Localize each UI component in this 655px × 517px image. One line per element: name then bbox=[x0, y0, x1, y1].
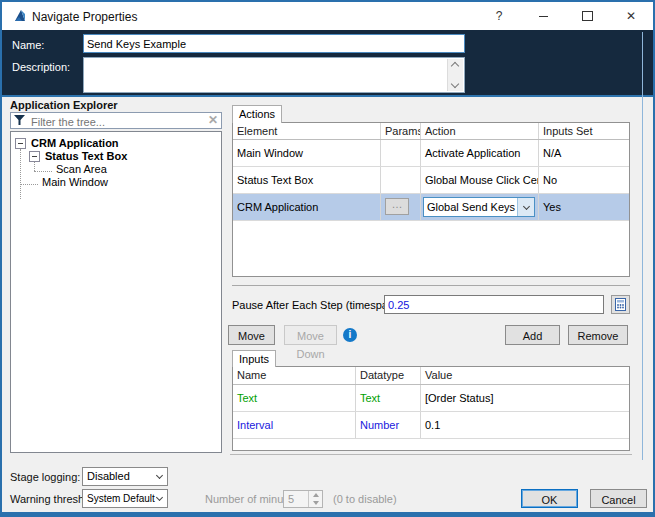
cell-params bbox=[381, 140, 421, 166]
inputs-row-interval[interactable]: Interval Number 0.1 bbox=[233, 412, 629, 439]
name-input[interactable] bbox=[83, 34, 465, 53]
application-tree[interactable]: CRM Application Status Text Box Scan Are… bbox=[10, 131, 222, 453]
actions-row-status-text-box[interactable]: Status Text Box Global Mouse Click Centr… bbox=[233, 167, 629, 194]
tab-actions[interactable]: Actions bbox=[232, 105, 282, 123]
tree-item-crm-application[interactable]: CRM Application bbox=[15, 137, 119, 150]
filter-tree-input[interactable] bbox=[29, 114, 201, 129]
scroll-down-icon[interactable] bbox=[451, 80, 459, 88]
inputs-panel-divider bbox=[230, 454, 632, 455]
tree-connector bbox=[20, 149, 21, 199]
cell-element: CRM Application bbox=[233, 194, 381, 220]
chevron-down-icon bbox=[156, 472, 163, 479]
move-up-button[interactable]: Move Up bbox=[228, 325, 275, 345]
filter-clear-icon[interactable]: ✕ bbox=[208, 113, 218, 127]
help-button[interactable]: ? bbox=[477, 2, 521, 30]
col-inputs-set: Inputs Set bbox=[539, 123, 629, 139]
tree-item-scan-area[interactable]: Scan Area bbox=[56, 163, 107, 176]
collapse-icon[interactable] bbox=[15, 138, 26, 149]
spin-down-icon bbox=[313, 501, 319, 505]
cell-inputs-set: No bbox=[539, 167, 629, 193]
cell-value[interactable]: [Order Status] bbox=[421, 385, 629, 411]
cell-element: Status Text Box bbox=[233, 167, 381, 193]
close-icon: ✕ bbox=[626, 9, 636, 23]
cell-name: Text bbox=[233, 385, 356, 411]
inputs-table-header: Name Datatype Value bbox=[233, 367, 629, 385]
cell-action[interactable]: Global Mouse Click Centre bbox=[421, 167, 539, 193]
window-inner-border bbox=[642, 32, 643, 460]
action-dropdown-value: Global Send Keys bbox=[427, 201, 515, 213]
scroll-up-icon[interactable] bbox=[451, 62, 459, 70]
window-title: Navigate Properties bbox=[32, 10, 137, 24]
spin-up-icon bbox=[313, 493, 319, 497]
titlebar[interactable]: Navigate Properties ? ✕ bbox=[2, 2, 653, 30]
actions-table: Element Params Action Inputs Set Main Wi… bbox=[232, 122, 630, 277]
inputs-row-text[interactable]: Text Text [Order Status] bbox=[233, 385, 629, 412]
cell-value[interactable]: 0.1 bbox=[421, 412, 629, 438]
params-ellipsis-button[interactable]: … bbox=[385, 198, 409, 215]
stage-logging-value: Disabled bbox=[87, 470, 130, 482]
navigate-properties-dialog: Navigate Properties ? ✕ Name: Descriptio… bbox=[0, 0, 655, 517]
actions-panel-divider bbox=[232, 285, 630, 286]
move-down-button: Move Down bbox=[284, 325, 337, 345]
warning-threshold-dropdown[interactable]: System Default bbox=[82, 489, 168, 508]
tree-item-status-text-box[interactable]: Status Text Box bbox=[29, 150, 127, 163]
info-icon[interactable]: i bbox=[343, 328, 357, 342]
ok-button[interactable]: OK bbox=[521, 489, 578, 508]
tree-item-label: Scan Area bbox=[56, 163, 107, 175]
calculator-button[interactable] bbox=[611, 295, 630, 314]
application-explorer-title: Application Explorer bbox=[10, 99, 118, 111]
col-action: Action bbox=[421, 123, 539, 139]
actions-table-header: Element Params Action Inputs Set bbox=[233, 123, 629, 140]
cell-action[interactable]: Activate Application bbox=[421, 140, 539, 166]
calculator-icon bbox=[615, 298, 626, 311]
name-label: Name: bbox=[12, 39, 44, 51]
stage-logging-label: Stage logging: bbox=[10, 471, 80, 483]
chevron-down-icon bbox=[156, 494, 163, 501]
description-input[interactable] bbox=[83, 57, 465, 93]
remove-button[interactable]: Remove bbox=[568, 325, 628, 345]
dropdown-chevron bbox=[152, 468, 167, 485]
inputs-table: Name Datatype Value Text Text [Order Sta… bbox=[232, 366, 630, 451]
tree-item-label: Status Text Box bbox=[45, 150, 127, 162]
add-button[interactable]: Add bbox=[505, 325, 560, 345]
col-params: Params bbox=[381, 123, 421, 139]
close-button[interactable]: ✕ bbox=[609, 2, 653, 30]
actions-row-main-window[interactable]: Main Window Activate Application N/A bbox=[233, 140, 629, 167]
tree-connector bbox=[20, 184, 38, 185]
col-name: Name bbox=[233, 367, 356, 384]
header-accent-line bbox=[2, 95, 653, 97]
description-scrollbar[interactable] bbox=[447, 59, 463, 91]
minimize-button[interactable] bbox=[521, 2, 565, 30]
minutes-spinner: 5 bbox=[283, 490, 323, 508]
collapse-icon[interactable] bbox=[29, 151, 40, 162]
tab-actions-label: Actions bbox=[239, 108, 275, 120]
chevron-down-icon bbox=[522, 203, 529, 210]
cell-element: Main Window bbox=[233, 140, 381, 166]
spinner-arrows bbox=[308, 491, 322, 507]
col-value: Value bbox=[421, 367, 629, 384]
maximize-icon bbox=[582, 11, 593, 21]
filter-funnel-icon bbox=[14, 115, 25, 128]
cell-action: Global Send Keys bbox=[421, 194, 539, 220]
tree-connector bbox=[34, 171, 52, 172]
app-logo-icon bbox=[12, 8, 28, 26]
pause-input[interactable] bbox=[384, 295, 604, 314]
tree-connector bbox=[34, 162, 35, 171]
minimize-icon bbox=[539, 16, 548, 17]
action-dropdown[interactable]: Global Send Keys bbox=[423, 197, 535, 217]
minutes-hint: (0 to disable) bbox=[333, 493, 397, 505]
filter-tree-box[interactable]: ✕ bbox=[10, 112, 222, 129]
tab-inputs[interactable]: Inputs bbox=[232, 350, 276, 367]
help-icon: ? bbox=[496, 9, 503, 23]
cell-inputs-set: N/A bbox=[539, 140, 629, 166]
actions-row-crm-application-selected[interactable]: CRM Application … Global Send Keys Yes bbox=[233, 194, 629, 221]
maximize-button[interactable] bbox=[565, 2, 609, 30]
tree-item-label: CRM Application bbox=[31, 137, 119, 149]
minutes-value: 5 bbox=[288, 493, 294, 505]
tree-item-main-window[interactable]: Main Window bbox=[42, 176, 108, 189]
cancel-button[interactable]: Cancel bbox=[590, 489, 647, 508]
stage-logging-dropdown[interactable]: Disabled bbox=[82, 467, 168, 486]
col-element: Element bbox=[233, 123, 381, 139]
tree-item-label: Main Window bbox=[42, 176, 108, 188]
dropdown-chevron[interactable] bbox=[517, 198, 534, 216]
